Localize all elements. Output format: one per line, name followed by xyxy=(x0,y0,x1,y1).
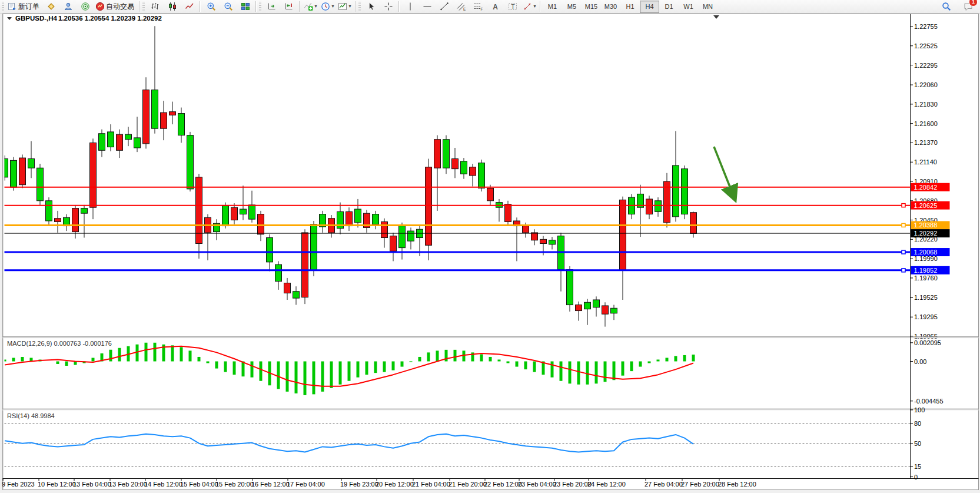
horizontal-line-button[interactable] xyxy=(418,0,436,14)
autotrading-button[interactable]: 自动交易 xyxy=(94,0,137,14)
macd-axis-label: 0.002095 xyxy=(914,339,941,346)
chevron-down-icon[interactable]: ▾ xyxy=(314,4,317,9)
price-tick-label: 1.21370 xyxy=(914,139,938,146)
timeframe-d1-button[interactable]: D1 xyxy=(659,1,679,13)
rsi-axis-label: 80 xyxy=(914,420,921,427)
tile-windows-button[interactable] xyxy=(237,0,254,14)
template-icon xyxy=(338,2,347,11)
svg-text:A: A xyxy=(493,3,498,11)
vertical-line-button[interactable] xyxy=(401,0,418,14)
zoomout-icon xyxy=(224,2,233,11)
line-chart-button[interactable] xyxy=(181,0,198,14)
candle xyxy=(664,173,670,228)
new-order-button[interactable]: 新订单 xyxy=(6,0,42,14)
toolbar-separator xyxy=(200,1,201,12)
toolbar-separator xyxy=(398,1,400,12)
market-watch-button[interactable] xyxy=(42,0,59,14)
candle xyxy=(90,138,97,219)
line-handle[interactable] xyxy=(902,204,905,207)
toolbar-separator xyxy=(540,1,541,12)
toolbar: 新订单自动交易▾▾▾EFAT▾M1M5M15M30H1H4D1W1MN1 xyxy=(0,0,980,14)
price-tick-label: 1.21140 xyxy=(914,158,937,166)
candle xyxy=(187,132,194,191)
shift-icon xyxy=(284,2,294,11)
candle xyxy=(11,157,17,191)
periods-button[interactable]: ▾ xyxy=(319,0,336,14)
chart-symbol-title: GBPUSD-,H4 xyxy=(15,15,58,22)
indicators-button[interactable]: ▾ xyxy=(302,0,319,14)
bar-chart-button[interactable] xyxy=(147,0,164,14)
strategy-tester-button[interactable] xyxy=(77,0,94,14)
timeframe-w1-button[interactable]: W1 xyxy=(679,1,698,13)
time-label: 23 Feb 20:00 xyxy=(553,481,592,488)
timeframe-h4-button[interactable]: H4 xyxy=(640,1,659,13)
channel-button[interactable]: E xyxy=(453,0,470,14)
text-button[interactable]: A xyxy=(487,0,504,14)
toolbar-grip[interactable] xyxy=(259,2,261,12)
timeframe-m1-button[interactable]: M1 xyxy=(543,1,562,13)
candle xyxy=(443,135,450,174)
svg-text:T: T xyxy=(511,3,515,10)
data-window-button[interactable] xyxy=(59,0,77,14)
time-label: 13 Feb 04:00 xyxy=(73,481,111,488)
macd-axis-label: 0.00 xyxy=(914,358,926,365)
toolbar-grip[interactable] xyxy=(2,2,4,12)
price-tick-label: 1.21600 xyxy=(914,120,938,127)
toolbar-separator xyxy=(299,1,300,12)
crosshair-icon xyxy=(384,2,393,11)
text-label-button[interactable]: T xyxy=(504,0,521,14)
line-handle[interactable] xyxy=(902,223,905,227)
rsi-axis-label: 15 xyxy=(914,463,921,470)
zoom-out-button[interactable] xyxy=(220,0,237,14)
time-label: 21 Feb 20:00 xyxy=(449,481,487,488)
timeframe-mn-button[interactable]: MN xyxy=(698,1,717,13)
radar-icon xyxy=(81,2,90,11)
candle xyxy=(37,164,44,205)
line-handle[interactable] xyxy=(902,250,905,254)
zoom-in-button[interactable] xyxy=(202,0,220,14)
chevron-down-icon[interactable]: ▾ xyxy=(331,4,334,9)
templates-button[interactable]: ▾ xyxy=(336,0,353,14)
trendline-button[interactable] xyxy=(436,0,453,14)
time-label: 10 Feb 12:00 xyxy=(38,481,76,488)
timeframe-m15-button[interactable]: M15 xyxy=(582,1,601,13)
timeframe-m30-button[interactable]: M30 xyxy=(601,1,620,13)
arrows-button[interactable]: ▾ xyxy=(521,0,538,14)
notification-badge[interactable]: 1 xyxy=(969,0,978,6)
time-label: 15 Feb 20:00 xyxy=(215,481,254,488)
price-tick-label: 1.22295 xyxy=(914,62,938,69)
tline-icon xyxy=(440,2,449,11)
price-tick-label: 1.19295 xyxy=(914,313,938,320)
timeframe-h1-button[interactable]: H1 xyxy=(620,1,640,13)
timeframe-m5-button[interactable]: M5 xyxy=(562,1,582,13)
price-tick-label: 1.22525 xyxy=(914,42,938,49)
candle xyxy=(19,154,26,188)
chart-shift-button[interactable] xyxy=(280,0,297,14)
chevron-down-icon[interactable]: ▾ xyxy=(348,4,351,9)
price-badge-label: 1.20068 xyxy=(914,249,938,256)
line-handle[interactable] xyxy=(902,269,905,272)
price-tick-label: 1.22755 xyxy=(914,23,938,30)
price-tick-label: 1.22060 xyxy=(914,81,938,88)
time-label: 27 Feb 04:00 xyxy=(645,481,683,488)
toolbar-grip[interactable] xyxy=(142,2,145,12)
time-label: 16 Feb 12:00 xyxy=(251,481,290,488)
rsi-axis-label: 0 xyxy=(914,474,918,481)
fibonacci-button[interactable]: F xyxy=(470,0,487,14)
toolbar-separator xyxy=(355,1,356,12)
candle xyxy=(426,159,432,260)
auto-scroll-button[interactable] xyxy=(263,0,280,14)
candle xyxy=(567,266,573,312)
zoomin-icon xyxy=(207,2,216,11)
chevron-down-icon[interactable]: ▾ xyxy=(533,4,536,9)
crosshair-button[interactable] xyxy=(380,0,397,14)
search-button[interactable] xyxy=(938,0,955,14)
time-label: 23 Feb 04:00 xyxy=(518,481,556,488)
toolbar-grip[interactable] xyxy=(358,2,361,12)
arrows-icon xyxy=(523,2,532,11)
svg-text:E: E xyxy=(463,7,466,11)
clock-icon xyxy=(321,2,330,11)
candlestick-button[interactable] xyxy=(164,0,181,14)
time-label: 28 Feb 12:00 xyxy=(718,481,756,488)
cursor-button[interactable] xyxy=(363,0,380,14)
